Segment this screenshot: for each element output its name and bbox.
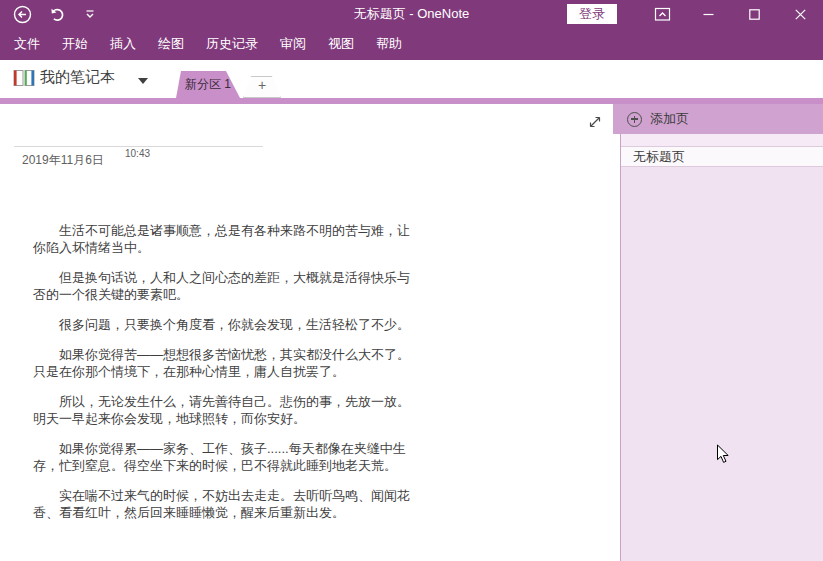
page-list-background — [621, 167, 823, 561]
page-title-rule — [14, 146, 263, 147]
onenote-window: 无标题页 - OneNote 登录 文件开始插入绘图历史记录审阅视图帮助 — [0, 0, 823, 561]
full-page-view-icon[interactable] — [587, 114, 603, 130]
new-section-tab[interactable]: + — [243, 76, 281, 98]
page-canvas[interactable]: 2019年11月6日 10:43 生活不可能总是诸事顺意，总是有各种来路不明的苦… — [0, 104, 613, 561]
notebook-name[interactable]: 我的笔记本 — [40, 68, 115, 87]
sign-in-button[interactable]: 登录 — [567, 4, 617, 24]
paragraph[interactable]: 很多问题，只要换个角度看，你就会发现，生活轻松了不少。 — [33, 316, 417, 333]
minimize-button[interactable] — [685, 0, 731, 28]
back-icon[interactable] — [12, 4, 32, 24]
page-date: 2019年11月6日 — [22, 153, 104, 167]
page-list: 无标题页 — [620, 134, 823, 561]
notebook-navigation-bar: 我的笔记本 新分区 1 + — [0, 60, 823, 98]
page-list-sidebar: 添加页 无标题页 — [613, 104, 823, 561]
notebook-icon — [13, 69, 35, 92]
ribbon-tab-bar: 文件开始插入绘图历史记录审阅视图帮助 — [0, 28, 823, 60]
title-bar: 无标题页 - OneNote 登录 — [0, 0, 823, 28]
paragraph[interactable]: 所以，无论发生什么，请先善待自己。悲伤的事，先放一放。明天一早起来你会发现，地球… — [33, 393, 417, 427]
undo-icon[interactable] — [46, 4, 66, 24]
add-page-button[interactable]: 添加页 — [613, 104, 823, 134]
menu-item-3[interactable]: 绘图 — [147, 28, 195, 60]
maximize-button[interactable] — [731, 0, 777, 28]
menu-item-0[interactable]: 文件 — [3, 28, 51, 60]
page-list-item[interactable]: 无标题页 — [621, 146, 823, 167]
paragraph[interactable]: 实在喘不过来气的时候，不妨出去走走。去听听鸟鸣、闻闻花香、看看红叶，然后回来睡睡… — [33, 487, 417, 521]
menu-item-5[interactable]: 审阅 — [269, 28, 317, 60]
ribbon-display-options-icon[interactable] — [639, 0, 685, 28]
close-button[interactable] — [777, 0, 823, 28]
page-text[interactable]: 生活不可能总是诸事顺意，总是有各种来路不明的苦与难，让你陷入坏情绪当中。但是换句… — [33, 222, 417, 534]
section-tab[interactable]: 新分区 1 — [176, 71, 240, 98]
menu-item-2[interactable]: 插入 — [99, 28, 147, 60]
add-page-label: 添加页 — [650, 110, 689, 128]
paragraph[interactable]: 生活不可能总是诸事顺意，总是有各种来路不明的苦与难，让你陷入坏情绪当中。 — [33, 222, 417, 256]
menu-item-6[interactable]: 视图 — [317, 28, 365, 60]
page-time: 10:43 — [125, 148, 150, 159]
notebook-dropdown-icon[interactable] — [138, 78, 148, 84]
menu-item-1[interactable]: 开始 — [51, 28, 99, 60]
paragraph[interactable]: 如果你觉得累——家务、工作、孩子......每天都像在夹缝中生存，忙到窒息。得空… — [33, 440, 417, 474]
page-list-spacer — [621, 134, 823, 146]
paragraph[interactable]: 如果你觉得苦——想想很多苦恼忧愁，其实都没什么大不了。只是在你那个情境下，在那种… — [33, 346, 417, 380]
menu-item-4[interactable]: 历史记录 — [195, 28, 269, 60]
paragraph[interactable]: 但是换句话说，人和人之间心态的差距，大概就是活得快乐与否的一个很关键的要素吧。 — [33, 269, 417, 303]
menu-item-7[interactable]: 帮助 — [365, 28, 413, 60]
plus-circle-icon — [627, 112, 642, 127]
quick-access-toolbar-dropdown-icon[interactable] — [80, 4, 100, 24]
